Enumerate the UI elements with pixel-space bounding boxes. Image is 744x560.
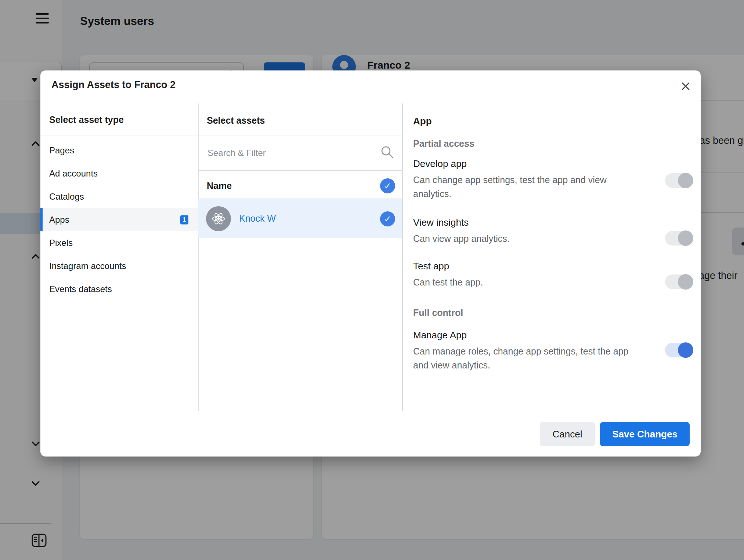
- search-input[interactable]: [207, 143, 366, 163]
- asset-search: [198, 135, 402, 170]
- column-divider: [402, 103, 403, 411]
- asset-name: Knock W: [239, 213, 276, 224]
- permission-desc-manage-app: Can manage roles, change app settings, t…: [413, 344, 641, 372]
- modal-title: Assign Assets to Franco 2: [51, 79, 176, 91]
- permission-label-view-insights: View insights: [413, 217, 469, 228]
- app-avatar: [206, 206, 231, 231]
- close-icon: [680, 81, 691, 92]
- save-changes-button[interactable]: Save Changes: [600, 422, 690, 446]
- asset-type-ad-accounts[interactable]: Ad accounts: [40, 162, 198, 185]
- asset-type-events-datasets[interactable]: Events datasets: [40, 277, 198, 301]
- app-atom-icon: [210, 210, 227, 227]
- selected-count-badge: 1: [180, 215, 188, 224]
- toggle-view-insights[interactable]: [665, 231, 693, 246]
- screen: System users Franco 2 as been gr: [0, 0, 744, 560]
- asset-type-apps[interactable]: Apps 1: [40, 208, 198, 231]
- toggle-develop-app[interactable]: [665, 173, 693, 188]
- search-divider: [198, 170, 403, 171]
- toggle-manage-app[interactable]: [665, 343, 693, 357]
- asset-row-knock-w[interactable]: Knock W ✓: [198, 199, 402, 238]
- cancel-button[interactable]: Cancel: [540, 422, 595, 446]
- select-all-checkbox[interactable]: ✓: [380, 178, 395, 193]
- search-icon: [380, 145, 394, 159]
- asset-type-pages[interactable]: Pages: [40, 139, 198, 162]
- permission-desc-develop-app: Can change app settings, test the app an…: [413, 173, 641, 201]
- permission-label-develop-app: Develop app: [413, 158, 467, 170]
- toggle-test-app[interactable]: [665, 274, 693, 289]
- assets-header: Select assets: [207, 115, 265, 126]
- check-icon: ✓: [384, 215, 391, 223]
- permission-label-test-app: Test app: [413, 261, 449, 272]
- name-column-header: Name: [207, 181, 232, 191]
- partial-access-title: Partial access: [413, 138, 474, 149]
- permissions-header: App: [413, 116, 432, 127]
- asset-type-instagram-accounts[interactable]: Instagram accounts: [40, 254, 198, 277]
- check-icon: ✓: [384, 182, 391, 190]
- asset-type-catalogs[interactable]: Catalogs: [40, 185, 198, 208]
- asset-type-list: Pages Ad accounts Catalogs Apps 1 Pixels…: [40, 139, 198, 301]
- asset-checkbox[interactable]: ✓: [380, 211, 395, 226]
- asset-type-header: Select asset type: [49, 114, 124, 125]
- permission-desc-test-app: Can test the app.: [413, 275, 641, 289]
- assign-assets-modal: Assign Assets to Franco 2 Select asset t…: [40, 70, 701, 457]
- permission-label-manage-app: Manage App: [413, 330, 467, 341]
- permission-desc-view-insights: Can view app analytics.: [413, 232, 641, 246]
- full-control-title: Full control: [413, 308, 463, 318]
- close-button[interactable]: [678, 79, 693, 94]
- asset-type-pixels[interactable]: Pixels: [40, 231, 198, 254]
